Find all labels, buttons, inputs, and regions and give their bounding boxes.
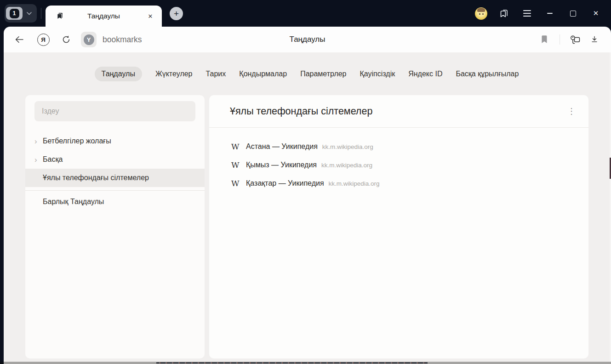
download-icon [590, 35, 599, 44]
folder-label: Ұялы телефондағы сілтемелер [43, 174, 149, 182]
back-button[interactable] [11, 31, 28, 48]
bookmark-page-button[interactable] [536, 31, 553, 48]
toolbar-right-icons [536, 31, 603, 48]
bookmark-url: kk.m.wikipedia.org [329, 180, 380, 187]
collections-icon [498, 8, 509, 19]
folder-mobile-links[interactable]: Ұялы телефондағы сілтемелер [25, 169, 205, 187]
wikipedia-favicon-icon: W [231, 142, 246, 151]
bookmark-row[interactable]: W Қазақтар — Уикипедия kk.m.wikipedia.or… [209, 174, 588, 193]
toolbar-separator [560, 34, 560, 45]
yandex-search-button[interactable]: Я [35, 31, 51, 48]
chevron-down-icon [27, 12, 32, 15]
menu-button[interactable] [515, 0, 538, 27]
sidebar-divider [25, 190, 205, 191]
chevron-right-icon[interactable]: › [34, 156, 43, 164]
content-heading: Ұялы телефондағы сілтемелер [230, 106, 566, 117]
all-favorites-item[interactable]: Барлық Таңдаулы [25, 193, 205, 211]
taskbar-sliver [0, 362, 611, 364]
nav-tab-settings[interactable]: Параметрлер [300, 70, 346, 78]
folder-other[interactable]: › Басқа [25, 150, 205, 169]
bookmarks-favicon-icon: Y [84, 34, 94, 45]
titlebar-right-controls: ✕ [469, 0, 611, 27]
tab-bar-divider [41, 8, 41, 19]
tab-count-badge: 1 [10, 9, 19, 18]
nav-tab-other-devices[interactable]: Басқа құрылғылар [456, 70, 519, 78]
page-title: Таңдаулы [142, 35, 473, 44]
minimize-button[interactable] [538, 0, 561, 27]
active-tab[interactable]: Таңдаулы ✕ [46, 6, 162, 27]
bookmark-row[interactable]: W Қымыз — Уикипедия kk.m.wikipedia.org [209, 156, 588, 174]
bookmark-row[interactable]: W Астана — Уикипедия kk.m.wikipedia.org [209, 137, 588, 156]
hamburger-icon [523, 10, 531, 17]
folder-bookmarks-bar[interactable]: › Бетбелгілер жолағы [25, 132, 205, 150]
wikipedia-favicon-icon: W [231, 179, 246, 188]
tab-count[interactable]: 1 [6, 7, 23, 20]
profile-button[interactable] [469, 0, 492, 27]
tab-list-chevron-button[interactable] [23, 7, 35, 20]
bookmark-title[interactable]: Қазақтар — Уикипедия [246, 179, 324, 188]
password-manager-button[interactable] [567, 31, 583, 48]
downloads-button[interactable] [586, 31, 603, 48]
key-icon [569, 34, 582, 45]
bookmarks-sidebar: › Бетбелгілер жолағы › Басқа Ұялы телефо… [25, 95, 205, 358]
reload-icon [61, 34, 71, 45]
reload-button[interactable] [58, 31, 74, 48]
chevron-right-icon[interactable]: › [34, 137, 43, 145]
nav-tab-favorites[interactable]: Таңдаулы [95, 67, 142, 81]
folder-label: Бетбелгілер жолағы [43, 137, 111, 145]
bookmarks-content-panel: Ұялы телефондағы сілтемелер ⋮ W Астана —… [209, 95, 588, 358]
bookmark-flag-icon [541, 35, 548, 44]
maximize-button[interactable] [561, 0, 584, 27]
maximize-icon [570, 11, 576, 17]
bookmarks-tab-icon [56, 12, 64, 20]
all-favorites-label: Барлық Таңдаулы [43, 198, 104, 206]
nav-tab-history[interactable]: Тарих [206, 70, 226, 78]
close-icon: ✕ [593, 9, 599, 17]
nav-tab-security[interactable]: Қауіпсіздік [360, 70, 395, 78]
tab-close-button[interactable]: ✕ [145, 6, 155, 27]
yandex-logo-icon: Я [37, 34, 50, 46]
new-tab-button[interactable]: + [170, 7, 183, 20]
bookmark-list: W Астана — Уикипедия kk.m.wikipedia.org … [209, 128, 588, 193]
avatar [475, 7, 487, 20]
bookmark-url: kk.m.wikipedia.org [322, 143, 373, 150]
bookmark-url: kk.m.wikipedia.org [321, 162, 372, 169]
kebab-menu-button[interactable]: ⋮ [566, 106, 577, 116]
browser-toolbar: Я Y bookmarks Таңдаулы [4, 27, 611, 52]
site-favicon-badge[interactable]: Y [81, 32, 97, 47]
nav-tab-yandex-id[interactable]: Яндекс ID [408, 70, 442, 78]
nav-tab-extensions[interactable]: Қондырмалар [239, 70, 287, 78]
tab-cluster: 1 Таңдаулы ✕ + [5, 0, 183, 27]
tab-title: Таңдаулы [64, 12, 143, 20]
folder-label: Басқа [43, 155, 63, 164]
window-close-button[interactable]: ✕ [584, 0, 607, 27]
content-header: Ұялы телефондағы сілтемелер ⋮ [209, 95, 588, 128]
bookmarks-page: Таңдаулы Жүктеулер Тарих Қондырмалар Пар… [4, 52, 610, 362]
minimize-icon [547, 13, 553, 14]
nav-tab-downloads[interactable]: Жүктеулер [155, 70, 193, 78]
address-bar-text[interactable]: bookmarks [103, 35, 142, 45]
bookmark-title[interactable]: Астана — Уикипедия [246, 142, 318, 151]
panels-button[interactable] [492, 0, 515, 27]
settings-nav: Таңдаулы Жүктеулер Тарих Қондырмалар Пар… [4, 52, 610, 81]
bookmark-title[interactable]: Қымыз — Уикипедия [246, 161, 317, 169]
folder-list: › Бетбелгілер жолағы › Басқа Ұялы телефо… [25, 132, 205, 211]
back-arrow-icon [14, 34, 24, 45]
wikipedia-favicon-icon: W [231, 160, 246, 170]
titlebar: 1 Таңдаулы ✕ + [0, 0, 611, 27]
search-input[interactable] [34, 101, 195, 121]
tab-counter-button[interactable]: 1 [5, 4, 37, 23]
